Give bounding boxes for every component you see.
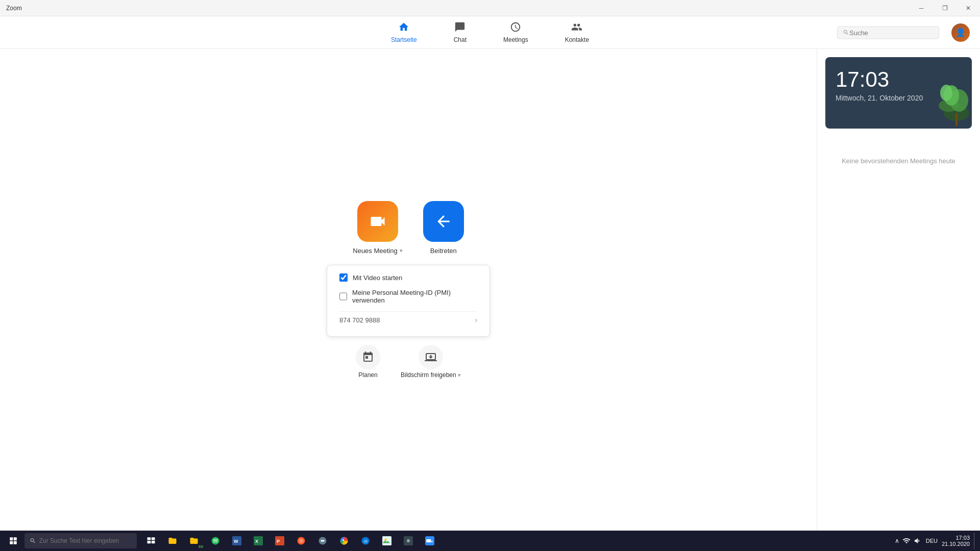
pmi-option-row: Meine Personal Meeting-ID (PMI) verwende… [339, 289, 477, 304]
svg-rect-4 [955, 113, 958, 126]
svg-point-27 [407, 539, 410, 542]
taskbar-search-icon [30, 537, 36, 544]
nav-label-home: Startseite [391, 36, 417, 43]
nav-item-meetings[interactable]: Meetings [495, 17, 536, 47]
video-option-row: Mit Video starten [339, 273, 477, 282]
join-icon [423, 201, 464, 242]
word-button[interactable]: W [227, 532, 247, 550]
nav-item-contacts[interactable]: Kontakte [557, 17, 597, 47]
top-nav: Startseite Chat Meetings Kontakte [0, 16, 980, 49]
svg-rect-8 [148, 541, 151, 543]
action-buttons: Neues Meeting ▾ Beitreten [353, 201, 463, 255]
taskbar: 69 W X P [0, 531, 980, 551]
new-meeting-icon [357, 201, 398, 242]
app8-button[interactable] [312, 532, 333, 550]
excel-button[interactable]: X [248, 532, 268, 550]
windows-icon [9, 536, 18, 545]
bottom-actions: Planen Bildschirm freigeben ▾ [356, 345, 461, 379]
calendar-widget: 17:03 Mittwoch, 21. Oktober 2020 [825, 57, 972, 129]
new-meeting-label: Neues Meeting ▾ [353, 247, 402, 255]
nav-label-meetings: Meetings [503, 36, 528, 43]
file-explorer-button[interactable] [162, 532, 183, 550]
svg-rect-6 [148, 537, 151, 540]
svg-text:X: X [255, 539, 258, 544]
svg-rect-7 [152, 537, 155, 540]
join-button[interactable]: Beitreten [423, 201, 464, 255]
video-checkbox[interactable] [339, 273, 348, 282]
nav-item-chat[interactable]: Chat [446, 17, 475, 47]
left-panel: Neues Meeting ▾ Beitreten Mit Video star… [0, 49, 817, 531]
taskbar-apps: 69 W X P [141, 532, 440, 550]
hidden-icons-button[interactable]: ∧ [895, 537, 899, 544]
contacts-icon [571, 21, 582, 35]
svg-rect-20 [321, 540, 325, 542]
video-label[interactable]: Mit Video starten [353, 274, 402, 282]
media-button[interactable] [398, 532, 419, 550]
taskbar-time: 17:03 21.10.2020 [942, 535, 970, 547]
svg-point-25 [385, 539, 387, 541]
no-meetings-text: Keine bevorstehenden Meetings heute [817, 137, 980, 185]
content-area: Neues Meeting ▾ Beitreten Mit Video star… [0, 49, 980, 531]
user-avatar[interactable]: 👤 [951, 23, 970, 42]
chrome-button[interactable] [334, 532, 354, 550]
right-panel: 17:03 Mittwoch, 21. Oktober 2020 Keine b… [817, 49, 980, 531]
restore-button[interactable]: ❐ [933, 0, 957, 16]
nav-item-home[interactable]: Startseite [383, 17, 425, 47]
new-meeting-button[interactable]: Neues Meeting ▾ [353, 201, 402, 255]
minimize-button[interactable]: ─ [910, 0, 933, 16]
schedule-button[interactable]: Planen [356, 345, 380, 379]
start-button[interactable] [4, 532, 22, 550]
share-screen-icon [419, 345, 443, 369]
share-screen-label: Bildschirm freigeben ▾ [401, 371, 461, 379]
svg-text:W: W [234, 539, 238, 544]
meetings-icon [510, 21, 521, 35]
nav-label-contacts: Kontakte [565, 36, 589, 43]
taskbar-search[interactable] [24, 533, 137, 548]
taskbar-system-icons: ∧ [895, 537, 922, 545]
show-desktop-button[interactable] [974, 533, 976, 549]
nav-items: Startseite Chat Meetings Kontakte [383, 17, 597, 47]
network-icon [902, 537, 911, 545]
title-bar: Zoom ─ ❐ ✕ [0, 0, 980, 16]
svg-rect-24 [382, 536, 391, 545]
plant-decoration [931, 78, 972, 129]
powerpoint-button[interactable]: P [270, 532, 290, 550]
schedule-icon [356, 345, 380, 369]
window-controls: ─ ❐ ✕ [910, 0, 980, 16]
pmi-number: 874 702 9888 [339, 316, 380, 324]
app7-button[interactable] [291, 532, 311, 550]
svg-rect-9 [152, 541, 155, 543]
zoom-taskbar-button[interactable] [420, 532, 440, 550]
svg-point-18 [299, 539, 304, 543]
close-button[interactable]: ✕ [957, 0, 980, 16]
search-icon [843, 29, 849, 36]
search-area[interactable] [837, 26, 939, 39]
app-title: Zoom [6, 5, 22, 12]
volume-icon [914, 537, 922, 545]
app-container: ⚙ Startseite Chat Meetings [0, 16, 980, 531]
edge-button[interactable] [355, 532, 376, 550]
spotify-button[interactable] [205, 532, 226, 550]
photos-button[interactable] [377, 532, 397, 550]
home-icon [398, 21, 409, 35]
options-panel: Mit Video starten Meine Personal Meeting… [327, 265, 490, 337]
schedule-label: Planen [358, 371, 377, 379]
pmi-checkbox[interactable] [339, 292, 347, 300]
taskbar-right: ∧ DEU 17:03 21.10.2020 [895, 533, 976, 549]
pmi-arrow-icon: › [475, 316, 477, 324]
search-input[interactable] [849, 29, 934, 36]
folder2-button[interactable]: 69 [184, 532, 204, 550]
pmi-label[interactable]: Meine Personal Meeting-ID (PMI) verwende… [352, 289, 477, 304]
taskview-button[interactable] [141, 532, 161, 550]
taskbar-search-input[interactable] [39, 537, 132, 544]
language-indicator: DEU [926, 538, 938, 544]
svg-point-5 [940, 85, 952, 101]
nav-label-chat: Chat [454, 36, 467, 43]
pmi-number-row[interactable]: 874 702 9888 › [339, 311, 477, 328]
share-screen-button[interactable]: Bildschirm freigeben ▾ [401, 345, 461, 379]
svg-text:P: P [277, 539, 280, 544]
chat-icon [454, 21, 465, 35]
join-label: Beitreten [430, 247, 457, 255]
